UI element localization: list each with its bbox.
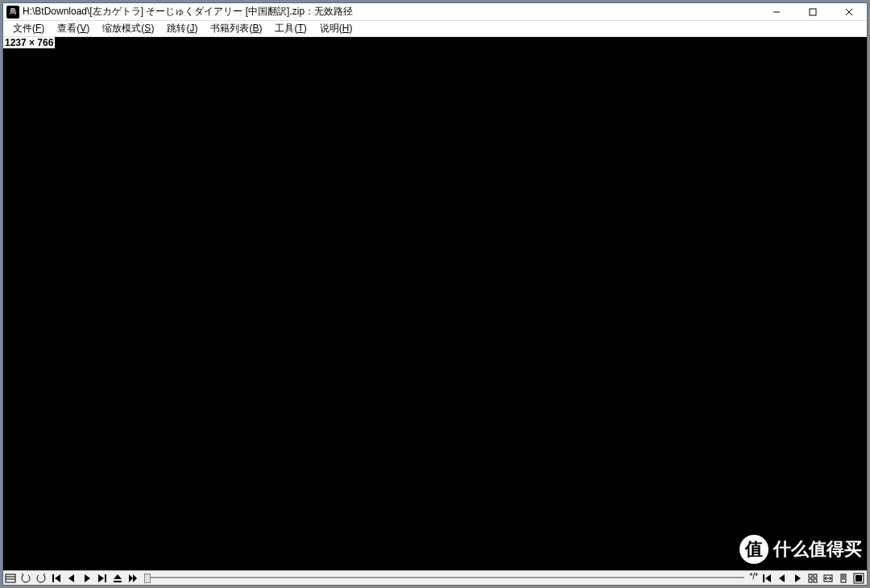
menubar: 文件(F) 查看(V) 缩放模式(S) 跳转(J) 书籍列表(B) 工具(T) … bbox=[3, 21, 867, 37]
right-toolbar: */* bbox=[748, 572, 867, 585]
goto-first-icon[interactable] bbox=[760, 572, 774, 585]
rotate-right-icon[interactable] bbox=[34, 572, 48, 585]
svg-marker-9 bbox=[68, 574, 74, 582]
svg-marker-15 bbox=[129, 574, 133, 582]
svg-rect-32 bbox=[856, 575, 862, 582]
list-view-icon[interactable] bbox=[3, 572, 18, 585]
dimension-label: 1237 × 766 bbox=[3, 37, 55, 48]
prev-icon[interactable] bbox=[775, 572, 789, 585]
svg-rect-24 bbox=[814, 579, 817, 582]
first-page-icon[interactable] bbox=[49, 572, 64, 585]
menu-tools[interactable]: 工具(T) bbox=[268, 20, 313, 37]
prev-page-icon[interactable] bbox=[64, 572, 79, 585]
menu-help[interactable]: 说明(H) bbox=[313, 20, 359, 37]
window-controls bbox=[758, 3, 867, 20]
titlebar: 鳥 H:\BtDownload\[左カゲトラ] そーじゅくダイアリー [中国翻訳… bbox=[3, 3, 867, 21]
svg-rect-22 bbox=[814, 574, 817, 578]
svg-rect-1 bbox=[810, 9, 816, 15]
svg-marker-20 bbox=[795, 574, 801, 582]
svg-rect-14 bbox=[114, 581, 122, 582]
image-viewport[interactable]: 1237 × 766 bbox=[3, 37, 867, 570]
next-page-icon[interactable] bbox=[80, 572, 94, 585]
page-slider[interactable] bbox=[144, 573, 744, 584]
svg-marker-18 bbox=[765, 574, 771, 582]
fullscreen-icon[interactable] bbox=[851, 572, 866, 585]
svg-marker-16 bbox=[133, 574, 137, 582]
grid-view-icon[interactable] bbox=[806, 572, 820, 585]
window-title: H:\BtDownload\[左カゲトラ] そーじゅくダイアリー [中国翻訳].… bbox=[23, 5, 758, 19]
svg-marker-11 bbox=[98, 574, 104, 582]
last-page-icon[interactable] bbox=[95, 572, 110, 585]
svg-marker-10 bbox=[85, 574, 90, 582]
slider-thumb[interactable] bbox=[144, 574, 151, 583]
page-counter: */* bbox=[748, 572, 760, 585]
close-button[interactable] bbox=[831, 3, 867, 21]
watermark: 值 什么值得买 bbox=[740, 535, 862, 564]
statusbar: */* bbox=[3, 570, 867, 585]
svg-marker-13 bbox=[114, 574, 122, 579]
minimize-button[interactable] bbox=[758, 3, 794, 21]
next-icon[interactable] bbox=[790, 572, 805, 585]
menu-view[interactable]: 查看(V) bbox=[51, 20, 96, 37]
rotate-left-icon[interactable] bbox=[19, 572, 33, 585]
svg-rect-21 bbox=[809, 574, 812, 578]
menu-file[interactable]: 文件(F) bbox=[6, 20, 51, 37]
menu-books[interactable]: 书籍列表(B) bbox=[204, 20, 268, 37]
watermark-text: 什么值得买 bbox=[773, 537, 862, 561]
single-page-icon[interactable] bbox=[836, 572, 851, 585]
svg-marker-8 bbox=[55, 574, 60, 582]
svg-rect-23 bbox=[809, 579, 812, 582]
menu-scale[interactable]: 缩放模式(S) bbox=[96, 20, 160, 37]
maximize-button[interactable] bbox=[794, 3, 831, 21]
fit-width-icon[interactable] bbox=[821, 572, 835, 585]
app-icon: 鳥 bbox=[6, 6, 19, 19]
menu-jump[interactable]: 跳转(J) bbox=[160, 20, 204, 37]
skip-forward-icon[interactable] bbox=[126, 572, 140, 585]
watermark-badge-icon: 值 bbox=[740, 535, 768, 564]
svg-marker-19 bbox=[779, 574, 785, 582]
eject-icon[interactable] bbox=[110, 572, 125, 585]
svg-rect-4 bbox=[6, 574, 15, 582]
app-window: 鳥 H:\BtDownload\[左カゲトラ] そーじゅくダイアリー [中国翻訳… bbox=[2, 2, 868, 586]
